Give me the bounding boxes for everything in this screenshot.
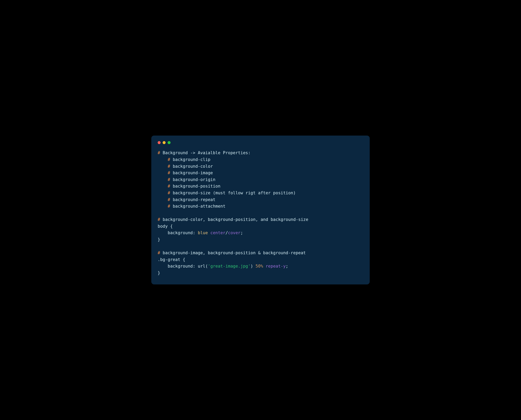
brace-close: } [158, 237, 160, 242]
comment-text: background-color [170, 164, 213, 169]
space [208, 231, 211, 235]
comment-text: background-clip [170, 157, 210, 162]
value-keyword: repeat-y [266, 264, 286, 269]
code-window: # Background -> Avaialble Properties: # … [151, 135, 370, 284]
hash-icon: # [168, 177, 170, 182]
hash-icon: # [168, 204, 170, 209]
value-keyword: blue [198, 231, 208, 235]
comment-text: background-image, background-position & … [160, 250, 306, 255]
value-keyword: cover [228, 231, 241, 235]
property: background: [158, 231, 198, 235]
func: url( [198, 264, 208, 269]
value-keyword: center [211, 231, 226, 235]
number: 50% [256, 264, 263, 269]
hash-icon: # [168, 171, 170, 175]
comment-text: background-color, background-position, a… [160, 217, 308, 222]
punct: ; [241, 231, 243, 235]
string: 'great-image.jpg' [208, 264, 250, 269]
punct: ; [286, 264, 288, 269]
close-icon [158, 141, 161, 144]
hash-icon: # [158, 150, 160, 155]
code-block: # Background -> Avaialble Properties: # … [158, 150, 363, 276]
comment-text: background-origin [170, 177, 215, 182]
selector: .bg-great { [158, 257, 185, 262]
comment-text: background-image [170, 171, 213, 175]
brace-close: } [158, 270, 160, 275]
traffic-lights [158, 141, 363, 144]
hash-icon: # [168, 197, 170, 202]
hash-icon: # [168, 191, 170, 195]
property: background: [158, 264, 198, 269]
hash-icon: # [158, 250, 160, 255]
minimize-icon [163, 141, 166, 144]
hash-icon: # [168, 184, 170, 188]
hash-icon: # [158, 217, 160, 222]
comment-text: Background -> Avaialble Properties: [160, 150, 250, 155]
comment-text: background-position [170, 184, 220, 188]
space [263, 264, 266, 269]
hash-icon: # [168, 164, 170, 169]
func: ) [250, 264, 256, 269]
hash-icon: # [168, 157, 170, 162]
punct: / [225, 231, 228, 235]
comment-text: background-attachment [170, 204, 225, 209]
selector: body { [158, 224, 173, 229]
comment-text: background-repeat [170, 197, 215, 202]
zoom-icon [168, 141, 171, 144]
comment-text: background-size (must follow rigt after … [170, 191, 296, 195]
